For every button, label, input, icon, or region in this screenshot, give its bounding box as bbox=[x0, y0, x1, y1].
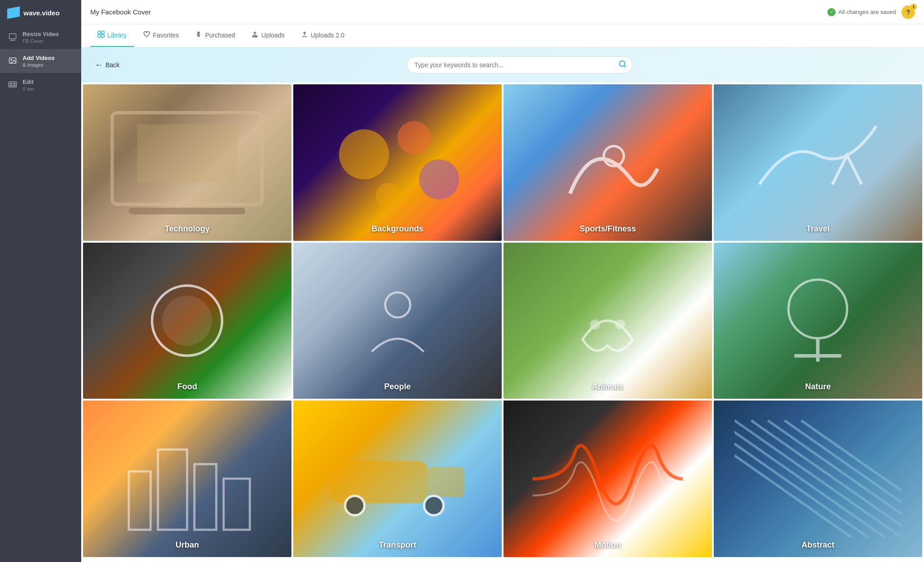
add-media-icon bbox=[7, 55, 18, 66]
category-card-technology[interactable]: Technology bbox=[83, 84, 291, 241]
help-badge: 1 bbox=[910, 4, 917, 10]
category-card-animals[interactable]: Animals bbox=[504, 243, 712, 399]
search-button[interactable] bbox=[618, 60, 627, 71]
grid-container: Technology Backgrounds Sports/Fitness Tr… bbox=[81, 83, 924, 562]
category-card-sports[interactable]: Sports/Fitness bbox=[504, 84, 712, 241]
category-card-urban[interactable]: Urban bbox=[83, 401, 291, 557]
resize-title: Resize Video bbox=[23, 31, 59, 38]
category-grid: Technology Backgrounds Sports/Fitness Tr… bbox=[81, 83, 924, 559]
tab-purchased-label: Purchased bbox=[205, 32, 235, 39]
category-label-technology: Technology bbox=[83, 224, 291, 234]
logo-icon bbox=[7, 6, 20, 19]
edit-subtitle: 0 sec bbox=[23, 86, 34, 92]
svg-point-9 bbox=[619, 61, 625, 66]
search-box bbox=[407, 56, 633, 74]
logo-text: wave.video bbox=[23, 9, 60, 17]
tab-favorites-label: Favorites bbox=[153, 32, 179, 39]
sidebar-nav: Resize Video FB Cover Add Videos & Image… bbox=[0, 25, 81, 562]
svg-rect-0 bbox=[9, 34, 16, 39]
category-label-travel: Travel bbox=[714, 224, 922, 234]
category-label-food: Food bbox=[83, 382, 291, 392]
category-card-abstract[interactable]: Abstract bbox=[714, 401, 922, 557]
sidebar-item-add-media[interactable]: Add Videos & Images bbox=[0, 49, 81, 73]
logo: wave.video bbox=[0, 0, 81, 25]
sidebar-item-edit[interactable]: Edit 0 sec bbox=[0, 73, 81, 97]
category-card-food[interactable]: Food bbox=[83, 243, 291, 399]
search-input[interactable] bbox=[407, 56, 633, 74]
sidebar: wave.video Resize Video FB Cover bbox=[0, 0, 81, 562]
back-label: Back bbox=[106, 61, 120, 69]
svg-rect-3 bbox=[9, 82, 17, 88]
save-indicator: ✓ All changes are saved bbox=[827, 8, 896, 16]
category-label-people: People bbox=[293, 382, 502, 392]
category-label-sports: Sports/Fitness bbox=[504, 224, 712, 234]
back-arrow-icon: ← bbox=[95, 60, 103, 70]
resize-icon bbox=[7, 32, 18, 42]
project-title[interactable]: My Facebook Cover bbox=[90, 8, 820, 16]
edit-title: Edit bbox=[23, 78, 34, 86]
category-label-transport: Transport bbox=[293, 540, 502, 550]
add-media-title: Add Videos bbox=[23, 55, 55, 62]
svg-rect-7 bbox=[102, 35, 104, 37]
svg-rect-1 bbox=[9, 58, 16, 64]
category-label-abstract: Abstract bbox=[714, 540, 922, 550]
category-label-urban: Urban bbox=[83, 540, 291, 550]
content-area: Library Favorites Purchased bbox=[81, 24, 924, 562]
tab-library[interactable]: Library bbox=[90, 24, 134, 47]
resize-subtitle: FB Cover bbox=[23, 38, 59, 44]
svg-rect-5 bbox=[102, 31, 104, 34]
save-status-text: All changes are saved bbox=[838, 9, 896, 15]
edit-icon bbox=[7, 79, 18, 90]
category-card-nature[interactable]: Nature bbox=[714, 243, 922, 399]
upload-icon bbox=[251, 31, 259, 40]
heart-icon bbox=[143, 31, 150, 40]
save-check-icon: ✓ bbox=[827, 8, 836, 16]
dollar-icon bbox=[195, 31, 202, 40]
category-label-nature: Nature bbox=[714, 382, 922, 392]
category-label-animals: Animals bbox=[504, 382, 712, 392]
tab-uploads2[interactable]: Uploads 2.0 bbox=[294, 24, 352, 47]
main-content: My Facebook Cover ✓ All changes are save… bbox=[81, 0, 924, 562]
category-card-travel[interactable]: Travel bbox=[714, 84, 922, 241]
library-grid-icon bbox=[97, 31, 105, 40]
tab-favorites[interactable]: Favorites bbox=[136, 24, 186, 47]
tab-uploads2-label: Uploads 2.0 bbox=[311, 32, 345, 39]
search-area: ← Back bbox=[81, 47, 924, 83]
category-label-motion: Motion bbox=[504, 540, 712, 550]
tab-library-label: Library bbox=[107, 32, 127, 39]
category-card-people[interactable]: People bbox=[293, 243, 502, 399]
svg-point-2 bbox=[11, 60, 12, 61]
upload2-icon bbox=[301, 31, 308, 40]
add-media-subtitle: & Images bbox=[23, 62, 55, 68]
tab-uploads-label: Uploads bbox=[261, 32, 284, 39]
tab-bar: Library Favorites Purchased bbox=[81, 24, 924, 47]
tab-purchased[interactable]: Purchased bbox=[188, 24, 242, 47]
back-button[interactable]: ← Back bbox=[95, 60, 120, 70]
sidebar-item-resize[interactable]: Resize Video FB Cover bbox=[0, 25, 81, 49]
help-button[interactable]: ? 1 bbox=[901, 5, 915, 19]
category-card-motion[interactable]: Motion bbox=[504, 401, 712, 557]
svg-rect-4 bbox=[98, 31, 101, 34]
topbar: My Facebook Cover ✓ All changes are save… bbox=[81, 0, 924, 24]
category-card-backgrounds[interactable]: Backgrounds bbox=[293, 84, 502, 241]
category-label-backgrounds: Backgrounds bbox=[293, 224, 502, 234]
svg-rect-6 bbox=[98, 35, 101, 37]
tab-uploads[interactable]: Uploads bbox=[244, 24, 291, 47]
category-card-transport[interactable]: Transport bbox=[293, 401, 502, 557]
